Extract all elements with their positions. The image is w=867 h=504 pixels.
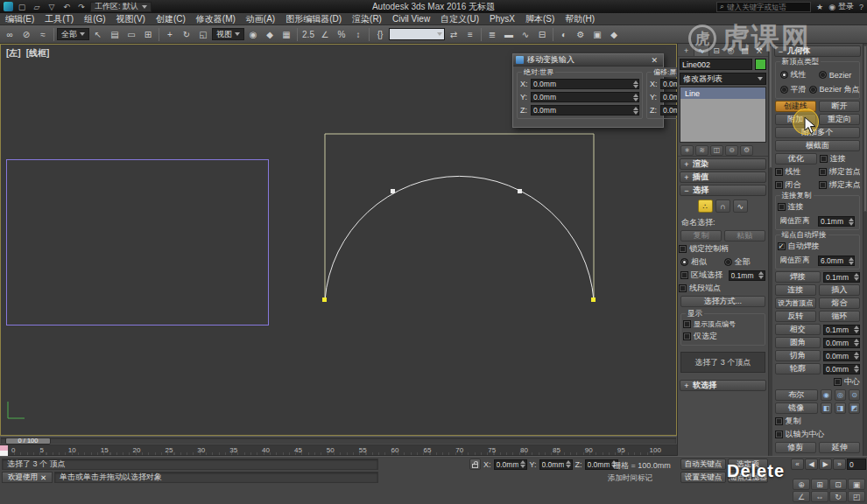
menu-item[interactable]: 组(G): [79, 13, 110, 24]
lock-handles-checkbox[interactable]: 锁定控制柄: [679, 243, 767, 255]
panel-scrollbar[interactable]: [863, 44, 867, 456]
make-unique-icon[interactable]: ◫: [710, 145, 723, 156]
modifier-stack[interactable]: Line: [680, 87, 766, 143]
rectangular-selection-region-icon[interactable]: ▭: [123, 27, 139, 42]
pan-button[interactable]: ⇔: [811, 491, 828, 502]
schematic-view-icon[interactable]: ⊟: [534, 27, 550, 42]
modifier-list-dropdown[interactable]: 修改器列表: [680, 73, 766, 85]
open-file-icon[interactable]: ▱: [31, 2, 43, 12]
panel-scrollbar[interactable]: [768, 44, 772, 456]
about-pivot-checkbox[interactable]: 以轴为中心: [775, 429, 861, 440]
boolean-intersect-icon[interactable]: ⊙: [849, 389, 860, 401]
menu-item[interactable]: 工具(T): [39, 13, 79, 24]
close-icon[interactable]: ✕: [40, 473, 46, 482]
spline-subobject-button[interactable]: ∿: [733, 200, 748, 213]
mirror-copy-checkbox[interactable]: 复制: [775, 416, 861, 427]
connect-button[interactable]: 连接: [775, 284, 816, 296]
break-button[interactable]: 断开: [819, 101, 860, 112]
mirror-vertical-icon[interactable]: ◨: [835, 402, 846, 414]
menu-item[interactable]: 渲染(R): [347, 13, 387, 24]
cross-section-button[interactable]: 横截面: [775, 140, 861, 151]
zoom-all-button[interactable]: ⊞: [811, 479, 828, 490]
boolean-button[interactable]: 布尔: [775, 389, 819, 401]
cycle-button[interactable]: 循环: [819, 311, 860, 322]
layer-manager-icon[interactable]: ≣: [484, 27, 500, 42]
menu-item[interactable]: 修改器(M): [191, 13, 241, 24]
spinner-down-icon[interactable]: [853, 277, 859, 282]
fillet-button[interactable]: 圆角: [775, 337, 821, 348]
area-selection-checkbox[interactable]: 区域选择: [680, 270, 726, 281]
welcome-screen-button[interactable]: 欢迎使用✕: [2, 472, 53, 483]
tab-motion[interactable]: ◎: [724, 45, 737, 56]
bind-first-checkbox[interactable]: 绑定首点: [819, 166, 860, 178]
auto-key-button[interactable]: 自动关键点: [680, 458, 726, 470]
zoom-extents-all-button[interactable]: ▣: [848, 479, 865, 490]
max-logo-icon[interactable]: [4, 2, 13, 11]
select-and-rotate-icon[interactable]: ↻: [179, 27, 194, 42]
redo-icon[interactable]: ↷: [75, 2, 88, 12]
modifier-stack-item[interactable]: Line: [680, 88, 765, 99]
left-viewport[interactable]: [左] [线框] 移动变换输入 ✕ 绝对:世界 X: Y: Z: 偏移:屏幕 X…: [0, 44, 677, 436]
unlink-selection-icon[interactable]: ⊘: [18, 27, 34, 42]
spline-vertex[interactable]: [518, 189, 522, 193]
mirror-icon[interactable]: ⇄: [446, 27, 462, 42]
maxscript-mini-listener[interactable]: [0, 445, 8, 456]
align-icon[interactable]: ≡: [462, 27, 478, 42]
angle-snap-icon[interactable]: ∠: [317, 27, 333, 42]
spinner-down-icon[interactable]: [632, 84, 638, 88]
paste-named-selection-button[interactable]: 粘贴: [724, 230, 765, 242]
menu-item[interactable]: PhysX: [484, 13, 520, 24]
rollout-rendering[interactable]: +渲染: [680, 158, 766, 170]
select-object-icon[interactable]: ↖: [90, 27, 106, 42]
boolean-union-icon[interactable]: ◉: [821, 389, 832, 401]
alike-radio[interactable]: 相似: [680, 256, 722, 268]
spinner-down-icon[interactable]: [758, 276, 765, 280]
mirror-both-icon[interactable]: ◩: [849, 402, 860, 414]
select-by-name-icon[interactable]: ▤: [107, 27, 123, 42]
new-file-icon[interactable]: ▢: [16, 2, 28, 12]
render-production-icon[interactable]: ◆: [606, 27, 622, 42]
show-vertex-numbers-checkbox[interactable]: 显示顶点编号: [683, 319, 763, 329]
favorites-icon[interactable]: ★: [816, 3, 823, 11]
all-radio[interactable]: 全部: [724, 256, 765, 268]
set-key-button[interactable]: 设置关键点: [680, 472, 726, 483]
vertex-subobject-button[interactable]: ∴: [698, 200, 713, 213]
chamfer-button[interactable]: 切角: [775, 350, 821, 361]
menu-item[interactable]: 视图(V): [111, 13, 151, 24]
material-editor-icon[interactable]: ◐: [556, 27, 572, 42]
cross-insert-button[interactable]: 相交: [775, 324, 821, 335]
menu-item[interactable]: 帮助(H): [560, 13, 600, 24]
segment-subobject-button[interactable]: ∩: [715, 200, 730, 213]
go-to-start-button[interactable]: «: [791, 458, 804, 470]
reference-coordinate-dropdown[interactable]: 视图: [212, 28, 244, 40]
ribbon-toggle-icon[interactable]: ▬: [501, 27, 517, 42]
extend-button[interactable]: 延伸: [819, 442, 860, 453]
tab-hierarchy[interactable]: ⊟: [710, 45, 723, 56]
absolute-z-field[interactable]: [531, 105, 639, 116]
select-and-move-icon[interactable]: +: [162, 27, 178, 42]
select-and-scale-icon[interactable]: ◱: [195, 27, 211, 42]
zoom-button[interactable]: ⊕: [793, 479, 810, 490]
center-checkbox[interactable]: 中心: [834, 376, 860, 388]
percent-snap-icon[interactable]: %: [334, 27, 349, 42]
bezier-vertex-radio[interactable]: Bezier: [819, 71, 855, 80]
snaps-toggle-button[interactable]: 2.5: [300, 27, 316, 42]
add-time-tag[interactable]: 添加时间标记: [608, 473, 652, 484]
bezier-corner-vertex-radio[interactable]: Bezier 角点: [809, 84, 860, 95]
play-button[interactable]: ▶: [819, 458, 832, 470]
copy-named-selection-button[interactable]: 复制: [680, 230, 722, 242]
render-setup-icon[interactable]: ⚙: [573, 27, 589, 42]
menu-item[interactable]: Civil View: [387, 13, 435, 24]
menu-item[interactable]: 自定义(U): [435, 13, 484, 24]
insert-button[interactable]: 插入: [819, 284, 860, 296]
tab-create[interactable]: +: [680, 45, 693, 56]
make-first-button[interactable]: 设为首顶点: [775, 298, 816, 309]
smooth-vertex-radio[interactable]: 平滑: [780, 84, 807, 95]
use-pivot-center-icon[interactable]: ◉: [245, 27, 261, 42]
connect-copy-checkbox[interactable]: 连接: [778, 201, 858, 213]
current-frame-field[interactable]: [847, 458, 866, 470]
spinner-snap-icon[interactable]: ↕: [350, 27, 366, 42]
search-input[interactable]: [727, 3, 807, 11]
select-and-manipulate-icon[interactable]: ◆: [262, 27, 278, 42]
previous-frame-button[interactable]: ◀: [805, 458, 818, 470]
